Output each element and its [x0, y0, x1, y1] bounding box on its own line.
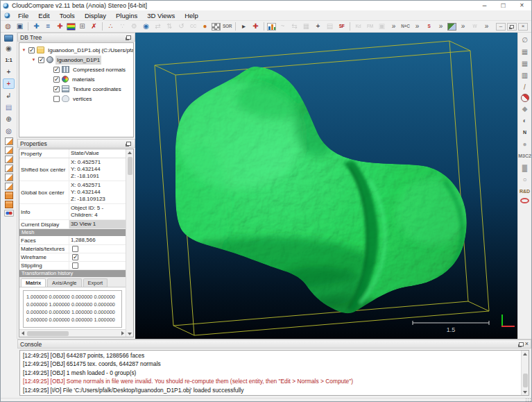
iso-view-icon[interactable] [5, 137, 13, 145]
facets-plugin-icon[interactable]: ◆ [519, 103, 531, 114]
toolbar-separator[interactable] [350, 22, 350, 31]
float-panel-icon[interactable] [126, 142, 131, 146]
open-icon[interactable]: ◍ [3, 22, 13, 32]
sor-filter-icon[interactable]: SOR [222, 22, 232, 32]
zoom-1-1-icon[interactable]: 1:1 [3, 55, 15, 65]
m3c2-plugin-icon[interactable]: M3C2 [519, 151, 531, 161]
rotation-axis-icon[interactable]: ↲ [3, 90, 15, 101]
scalar-field-icon[interactable]: SF [336, 22, 347, 32]
expand-arrow-icon[interactable]: ▼ [21, 48, 27, 52]
minmax-arrows-icon[interactable]: ⇆ [289, 22, 300, 32]
chevron-more-icon[interactable]: » [436, 22, 446, 32]
toolbar-separator[interactable] [102, 22, 103, 31]
chevron-more-icon[interactable]: » [458, 22, 468, 32]
current-display-select[interactable]: 3D View 1 [69, 220, 126, 228]
add-scalar-icon[interactable]: + [313, 22, 323, 32]
rd-plugin-icon[interactable]: R&D [519, 186, 531, 196]
kd-tree-icon[interactable]: Kd [353, 22, 363, 32]
visibility-checkbox[interactable] [28, 47, 35, 53]
tree-item[interactable]: Compressed normals [19, 65, 133, 74]
minimize-button[interactable]: – [475, 1, 494, 10]
maximize-button[interactable]: □ [494, 1, 513, 10]
zoom-in-selection-icon[interactable]: ⊕ [3, 114, 15, 124]
menu-item[interactable]: File [13, 10, 33, 21]
bell-icon[interactable]: ● [200, 22, 210, 32]
segment-icon[interactable]: ⇄ [153, 22, 163, 32]
chevron-more-icon[interactable]: » [388, 22, 399, 32]
menu-item[interactable]: Help [180, 10, 203, 21]
delete-icon[interactable]: ✗ [89, 22, 99, 32]
curve-fit-icon[interactable]: ~ [277, 22, 288, 32]
tree-item[interactable]: ▼ Iguanodon_D1P1 [19, 55, 133, 65]
grid-icon[interactable]: ▦ [301, 22, 311, 32]
tab-axis-angle[interactable]: Axis/Angle [47, 278, 81, 287]
screenshot-icon[interactable]: ◉ [3, 43, 15, 53]
properties-list-icon[interactable]: ≡ [43, 22, 53, 32]
visibility-checkbox[interactable] [53, 86, 60, 92]
toolbar-separator[interactable] [28, 22, 28, 31]
visibility-checkbox[interactable] [38, 57, 44, 63]
tab-matrix[interactable]: Matrix [21, 278, 46, 287]
rotate-entity-icon[interactable]: ✚ [250, 22, 261, 32]
chevron-more-icon[interactable]: » [412, 22, 422, 32]
3d-view-canvas[interactable]: 1.5 [135, 33, 517, 339]
stippling-checkbox[interactable] [72, 262, 78, 269]
horizontal-scrollbar[interactable] [19, 329, 126, 337]
point-list-picking-icon[interactable]: ∵ [117, 22, 128, 32]
menu-item[interactable]: Display [80, 10, 111, 21]
float-panel-icon[interactable] [126, 35, 131, 40]
close-panel-icon[interactable]: × [525, 341, 529, 347]
pick-arrow-icon[interactable]: ▸ [239, 22, 249, 32]
pcl-plugin-icon[interactable]: ● [519, 139, 531, 149]
normals-plugin-icon[interactable]: N [519, 127, 531, 137]
merge-icon[interactable]: ✚ [55, 22, 65, 32]
console-scrollbar[interactable] [521, 351, 529, 395]
toolbar-separator[interactable] [264, 22, 264, 31]
translate-rotate-icon[interactable]: ✚ [31, 22, 42, 32]
gear-icon[interactable]: ⚙ [129, 22, 139, 32]
checkerboard-icon[interactable] [212, 23, 221, 31]
s-plugin-icon[interactable]: S [424, 22, 434, 32]
camera-icon[interactable]: ▣ [377, 22, 387, 32]
cc-plugin-icon[interactable]: CC [188, 22, 198, 32]
close-button[interactable]: × [513, 1, 531, 10]
ellipser-plugin-icon[interactable] [520, 198, 529, 203]
wof-plugin-icon[interactable]: W [470, 22, 480, 32]
hough-normals-icon[interactable]: ◐ [519, 115, 531, 126]
interactive-transform-icon[interactable]: ⇅ [164, 22, 175, 32]
broom-plugin-icon[interactable]: / [519, 82, 531, 92]
tab-export[interactable]: Export [83, 278, 108, 287]
display-settings-icon[interactable] [4, 35, 13, 42]
materials-checkbox[interactable] [72, 246, 78, 252]
left-view-icon[interactable] [5, 156, 13, 163]
histogram-icon[interactable] [267, 23, 276, 31]
normals-compute-icon[interactable]: N+C [400, 22, 411, 32]
visibility-checkbox[interactable] [53, 96, 60, 102]
mdi-restore-button[interactable] [507, 23, 517, 31]
tree-item[interactable]: vertices [19, 94, 133, 103]
right-view-icon[interactable] [5, 174, 13, 181]
point-picking-icon[interactable]: ∴ [105, 22, 116, 32]
top-view-icon[interactable] [5, 183, 13, 190]
mdi-close-button[interactable]: × [518, 23, 528, 31]
canupo-plugin-icon[interactable] [447, 23, 456, 31]
global-zoom-icon[interactable]: ◎ [3, 126, 15, 136]
back-iso-view-icon[interactable] [5, 201, 13, 208]
calculator-icon[interactable]: ▤ [325, 22, 335, 32]
compass-plugin-icon[interactable] [521, 94, 529, 102]
fm-icon[interactable]: FM [365, 22, 375, 32]
tree-item[interactable]: materials [19, 74, 133, 84]
save-icon[interactable]: ▣ [15, 22, 25, 32]
vertical-scrollbar[interactable] [126, 149, 133, 337]
visibility-checkbox[interactable] [53, 76, 60, 83]
back-view-icon[interactable] [5, 165, 13, 172]
expand-arrow-icon[interactable]: ▼ [31, 58, 37, 62]
front-iso-view-icon[interactable] [5, 192, 13, 199]
visibility-checkbox[interactable] [53, 67, 60, 73]
animation-plugin-icon[interactable]: ▥ [519, 70, 531, 81]
image-plugin-icon[interactable]: ▦ [519, 47, 531, 57]
bookshelf-icon[interactable]: ▤ [3, 102, 15, 112]
level-icon[interactable]: ↺ [176, 22, 187, 32]
3d-viewport[interactable]: 1.5 [135, 33, 517, 339]
pivot-toggle-icon[interactable]: + [3, 78, 15, 89]
